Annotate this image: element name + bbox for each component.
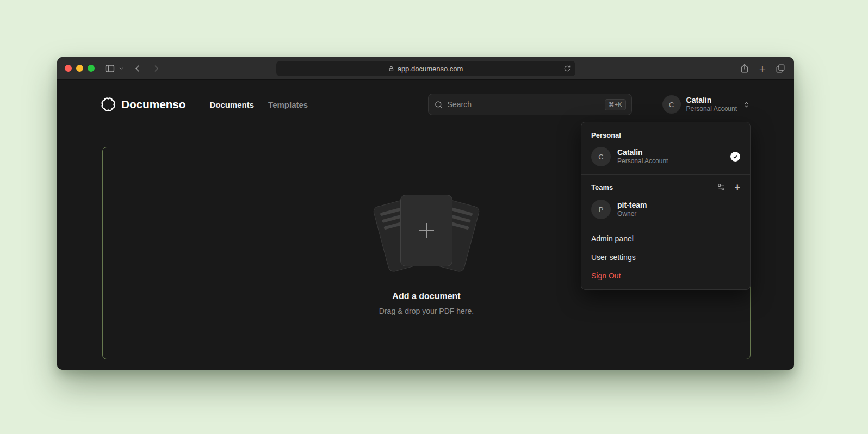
menu-divider — [581, 227, 750, 227]
nav-templates[interactable]: Templates — [268, 100, 308, 109]
reload-icon[interactable] — [563, 65, 571, 72]
account-subtitle: Personal Account — [686, 105, 737, 113]
teams-actions: + — [717, 182, 740, 192]
search-icon — [434, 100, 443, 109]
menu-item-admin-panel[interactable]: Admin panel — [581, 230, 750, 248]
sidebar-chevron-down-icon[interactable] — [119, 66, 124, 71]
documents-illustration — [364, 191, 489, 277]
personal-account-text: Catalin Personal Account — [617, 147, 668, 166]
lock-icon — [388, 66, 394, 72]
documenso-app: Documenso Documents Templates ⌘+K C Cata… — [57, 80, 794, 370]
team-avatar: P — [591, 200, 611, 219]
team-text: pit-team Owner — [617, 200, 647, 219]
team-role: Owner — [617, 210, 647, 219]
add-team-icon[interactable]: + — [734, 182, 740, 192]
plus-icon — [415, 219, 438, 242]
selected-check-icon — [730, 152, 740, 162]
personal-account-subtitle: Personal Account — [617, 157, 668, 166]
account-avatar: C — [662, 95, 681, 114]
share-icon[interactable] — [740, 64, 749, 73]
new-tab-icon[interactable]: + — [759, 63, 766, 75]
brand-name: Documenso — [121, 98, 185, 111]
personal-account-item[interactable]: C Catalin Personal Account — [581, 142, 750, 172]
personal-account-avatar: C — [591, 147, 611, 166]
menu-divider — [581, 174, 750, 175]
teams-label-text: Teams — [591, 183, 613, 191]
titlebar-right-controls: + — [740, 57, 785, 80]
forward-button-icon[interactable] — [151, 64, 161, 73]
team-name: pit-team — [617, 200, 647, 210]
illustration-card-center — [400, 195, 452, 266]
search-input[interactable] — [448, 100, 600, 109]
tab-overview-icon[interactable] — [776, 64, 785, 73]
documenso-logo-icon — [101, 97, 116, 112]
brand-logo-link[interactable]: Documenso — [101, 97, 185, 112]
account-menu-trigger[interactable]: C Catalin Personal Account — [662, 95, 751, 114]
zoom-window-button[interactable] — [88, 65, 95, 72]
dropzone-title: Add a document — [392, 292, 460, 301]
main-nav: Documents Templates — [209, 100, 308, 109]
dropzone-subtitle: Drag & drop your PDF here. — [379, 307, 474, 315]
menu-item-user-settings[interactable]: User settings — [581, 248, 750, 266]
account-dropdown-menu: Personal C Catalin Personal Account Team… — [581, 122, 751, 290]
menu-item-sign-out[interactable]: Sign Out — [581, 266, 750, 285]
close-window-button[interactable] — [65, 65, 72, 72]
sidebar-toggle-icon[interactable] — [104, 63, 115, 74]
minimize-window-button[interactable] — [76, 65, 83, 72]
team-item[interactable]: P pit-team Owner — [581, 195, 750, 225]
account-text: Catalin Personal Account — [686, 96, 737, 114]
address-bar[interactable]: app.documenso.com — [276, 61, 575, 76]
back-button-icon[interactable] — [133, 64, 142, 73]
search-shortcut-hint: ⌘+K — [605, 99, 626, 110]
account-name: Catalin — [686, 96, 737, 106]
team-settings-icon[interactable] — [717, 183, 726, 191]
nav-documents[interactable]: Documents — [209, 100, 254, 109]
browser-window: app.documenso.com + — [57, 57, 794, 370]
personal-section-label: Personal — [581, 126, 750, 142]
browser-titlebar: app.documenso.com + — [57, 57, 794, 80]
teams-section-label: Teams + — [581, 177, 750, 195]
window-controls — [65, 65, 95, 72]
address-text: app.documenso.com — [398, 65, 463, 73]
search-box[interactable]: ⌘+K — [428, 94, 632, 115]
chevrons-up-down-icon — [742, 101, 751, 109]
personal-account-name: Catalin — [617, 147, 668, 157]
